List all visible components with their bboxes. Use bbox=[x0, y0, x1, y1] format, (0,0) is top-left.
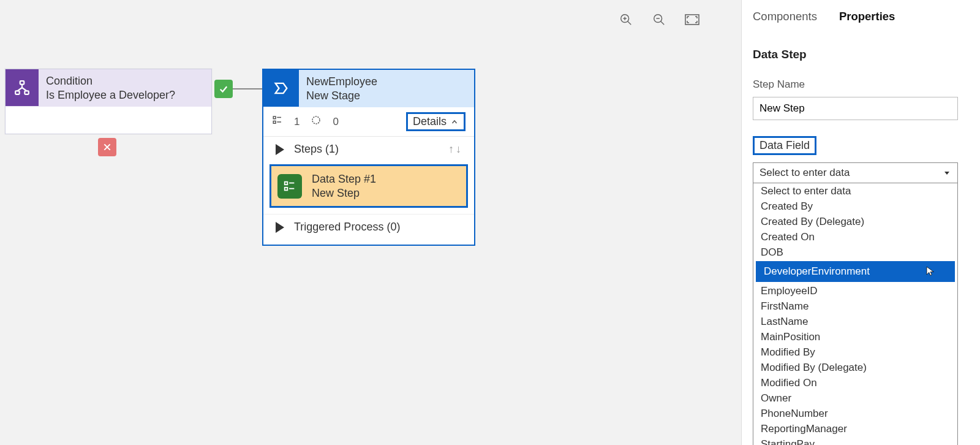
select-option[interactable]: PhoneNumber bbox=[753, 406, 957, 421]
select-dropdown-list: Select to enter dataCreated ByCreated By… bbox=[753, 183, 958, 445]
triggered-heading: Triggered Process (0) bbox=[294, 221, 400, 234]
condition-no-path[interactable] bbox=[98, 138, 116, 156]
cycle-count-icon bbox=[311, 115, 322, 129]
steps-section-header[interactable]: Steps (1) ↑↓ bbox=[263, 137, 474, 162]
branch-icon bbox=[6, 69, 39, 106]
data-field-select[interactable]: Select to enter data Select to enter dat… bbox=[753, 162, 958, 445]
svg-rect-8 bbox=[20, 81, 24, 84]
chevron-down-icon bbox=[943, 169, 951, 177]
data-field-label: Data Field bbox=[753, 136, 816, 155]
svg-line-5 bbox=[661, 21, 665, 25]
svg-point-17 bbox=[312, 116, 320, 124]
svg-rect-13 bbox=[273, 116, 276, 119]
step-text: Data Step #1 New Step bbox=[312, 172, 376, 200]
zoom-in-icon[interactable] bbox=[619, 12, 633, 27]
properties-panel: Components Properties Data Step Step Nam… bbox=[741, 0, 980, 445]
svg-line-1 bbox=[628, 21, 631, 25]
connector-line bbox=[233, 88, 262, 89]
svg-rect-10 bbox=[24, 91, 29, 94]
condition-text: Condition Is Employee a Developer? bbox=[39, 69, 183, 107]
condition-name: Is Employee a Developer? bbox=[46, 88, 175, 102]
select-option[interactable]: FirstName bbox=[753, 299, 957, 314]
select-option[interactable]: EmployeeID bbox=[753, 283, 957, 299]
select-option[interactable]: Created By (Delegate) bbox=[753, 214, 957, 229]
step-name-label: Step Name bbox=[753, 78, 969, 91]
stage-toolbar: 1 0 Details bbox=[263, 107, 474, 137]
select-option[interactable]: Modified By (Delegate) bbox=[753, 360, 957, 375]
condition-card[interactable]: Condition Is Employee a Developer? bbox=[5, 69, 212, 134]
condition-body bbox=[6, 107, 211, 134]
svg-rect-15 bbox=[273, 121, 276, 124]
details-toggle[interactable]: Details bbox=[406, 112, 466, 131]
select-option[interactable]: ReportingManager bbox=[753, 421, 957, 436]
select-option-highlighted[interactable]: DeveloperEnvironment bbox=[756, 261, 955, 282]
stage-name: New Stage bbox=[306, 89, 377, 103]
select-option[interactable]: Select to enter data bbox=[753, 183, 957, 199]
chevron-stage-icon bbox=[263, 70, 299, 107]
panel-tabs: Components Properties bbox=[753, 7, 969, 23]
select-option[interactable]: LastName bbox=[753, 314, 957, 329]
stage-entity: NewEmployee bbox=[306, 75, 377, 89]
steps-count-icon bbox=[272, 115, 283, 129]
cycle-count-value: 0 bbox=[333, 116, 338, 128]
stage-text: NewEmployee New Stage bbox=[299, 70, 385, 107]
step-name: New Step bbox=[312, 186, 376, 200]
step-name-input[interactable] bbox=[753, 97, 958, 120]
select-option[interactable]: StartingPay bbox=[753, 436, 957, 445]
step-title: Data Step #1 bbox=[312, 172, 376, 186]
stage-card[interactable]: NewEmployee New Stage 1 0 Details Steps bbox=[262, 69, 475, 246]
details-label: Details bbox=[413, 115, 447, 128]
stage-header: NewEmployee New Stage bbox=[263, 70, 474, 107]
svg-rect-20 bbox=[285, 187, 288, 190]
data-step-item[interactable]: Data Step #1 New Step bbox=[270, 164, 468, 208]
select-option[interactable]: Modified By bbox=[753, 344, 957, 360]
zoom-out-icon[interactable] bbox=[652, 12, 666, 27]
select-option[interactable]: Created On bbox=[753, 229, 957, 245]
tab-properties[interactable]: Properties bbox=[839, 10, 895, 23]
condition-yes-path[interactable] bbox=[214, 80, 233, 98]
tab-components[interactable]: Components bbox=[753, 10, 817, 23]
reorder-arrows[interactable]: ↑↓ bbox=[448, 143, 463, 156]
select-option[interactable]: Modified On bbox=[753, 375, 957, 390]
select-option[interactable]: Created By bbox=[753, 199, 957, 214]
steps-count-value: 1 bbox=[294, 116, 300, 128]
triangle-icon bbox=[276, 144, 284, 155]
select-placeholder: Select to enter data bbox=[760, 167, 850, 179]
panel-title: Data Step bbox=[753, 48, 969, 61]
select-display[interactable]: Select to enter data bbox=[753, 162, 958, 183]
triggered-section-header[interactable]: Triggered Process (0) bbox=[263, 214, 474, 245]
steps-heading: Steps (1) bbox=[294, 143, 339, 156]
form-icon bbox=[277, 174, 302, 199]
select-option[interactable]: MainPosition bbox=[753, 329, 957, 344]
fit-to-screen-icon[interactable] bbox=[685, 12, 699, 27]
svg-rect-9 bbox=[15, 91, 20, 94]
svg-marker-22 bbox=[944, 172, 949, 175]
condition-header: Condition Is Employee a Developer? bbox=[6, 69, 211, 107]
select-option[interactable]: Owner bbox=[753, 390, 957, 406]
svg-rect-18 bbox=[285, 181, 288, 184]
canvas-toolbar bbox=[619, 12, 699, 27]
chevron-up-icon bbox=[450, 118, 459, 126]
condition-type-label: Condition bbox=[46, 74, 175, 88]
triangle-icon bbox=[276, 222, 284, 233]
select-option[interactable]: DOB bbox=[753, 245, 957, 260]
